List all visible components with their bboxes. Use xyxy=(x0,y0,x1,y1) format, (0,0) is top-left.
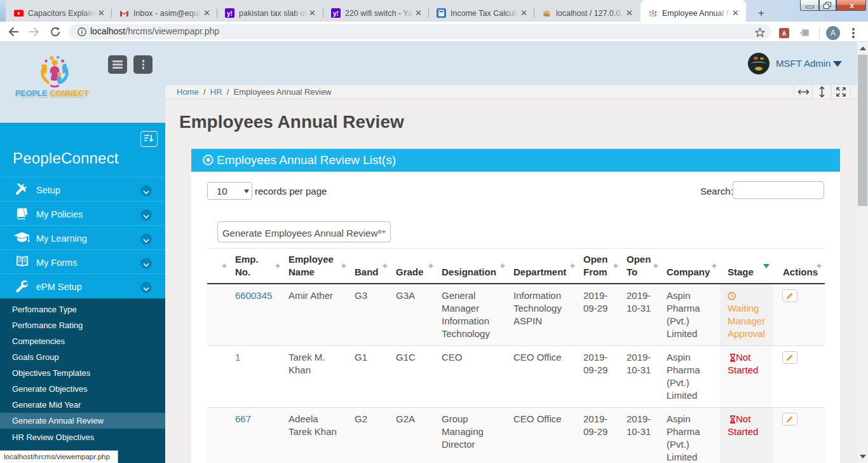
svg-text:y!: y! xyxy=(227,10,233,17)
svg-text:PMA: PMA xyxy=(544,14,551,17)
svg-text:y!: y! xyxy=(333,10,339,17)
